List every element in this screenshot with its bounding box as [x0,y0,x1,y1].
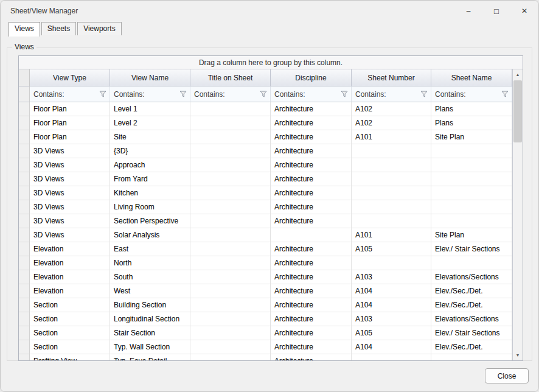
table-cell[interactable]: Elevation [30,256,110,270]
table-cell[interactable] [190,102,271,116]
table-cell[interactable]: East [110,242,190,256]
table-cell[interactable]: 3D Views [30,200,110,214]
close-icon[interactable]: ✕ [510,1,538,21]
table-cell[interactable] [352,186,431,200]
table-cell[interactable] [190,326,271,340]
table-cell[interactable]: 3D Views [30,228,110,242]
table-cell[interactable]: Floor Plan [30,116,110,130]
filter-cell[interactable]: Contains: [271,86,352,102]
table-cell[interactable]: A105 [352,326,431,340]
table-cell[interactable]: Section [30,298,110,312]
minimize-icon[interactable]: – [454,1,482,21]
row-indicator[interactable] [19,186,30,200]
row-indicator[interactable] [19,214,30,228]
table-cell[interactable] [431,158,512,172]
table-cell[interactable]: West [110,284,190,298]
table-cell[interactable]: A103 [352,270,431,284]
table-cell[interactable]: Living Room [110,200,190,214]
table-cell[interactable] [431,256,512,270]
row-indicator[interactable] [19,130,30,144]
table-cell[interactable] [190,270,271,284]
table-cell[interactable]: Solar Analysis [110,228,190,242]
table-cell[interactable]: Longitudinal Section [110,312,190,326]
table-cell[interactable] [190,354,271,360]
table-cell[interactable]: Plans [431,116,512,130]
table-cell[interactable]: Architecture [271,354,352,360]
table-cell[interactable]: A105 [352,242,431,256]
table-cell[interactable]: Architecture [271,298,352,312]
row-indicator[interactable] [19,298,30,312]
filter-cell[interactable]: Contains: [431,86,512,102]
table-cell[interactable] [271,228,352,242]
table-cell[interactable]: {3D} [110,144,190,158]
row-indicator[interactable] [19,312,30,326]
table-cell[interactable]: From Yard [110,172,190,186]
table-cell[interactable] [190,130,271,144]
vertical-scrollbar[interactable]: ▲ ▼ [512,69,523,360]
table-cell[interactable] [352,200,431,214]
table-cell[interactable]: Section [30,340,110,354]
table-cell[interactable]: Architecture [271,102,352,116]
table-cell[interactable]: Architecture [271,200,352,214]
table-cell[interactable]: A101 [352,130,431,144]
table-cell[interactable]: Elevation [30,284,110,298]
table-cell[interactable]: Elevations/Sections [431,270,512,284]
table-cell[interactable]: Approach [110,158,190,172]
table-cell[interactable] [352,158,431,172]
column-header[interactable]: Discipline [271,69,352,86]
table-cell[interactable]: Floor Plan [30,130,110,144]
table-cell[interactable]: Site Plan [431,130,512,144]
filter-icon[interactable] [420,91,428,97]
scrollbar-track[interactable] [513,80,523,350]
table-cell[interactable]: Architecture [271,340,352,354]
table-cell[interactable]: 3D Views [30,144,110,158]
table-cell[interactable]: Elevation [30,270,110,284]
table-cell[interactable] [431,354,512,360]
table-cell[interactable]: Architecture [271,172,352,186]
group-by-drop-zone[interactable]: Drag a column here to group by this colu… [19,56,523,69]
row-indicator[interactable] [19,340,30,354]
tab-views[interactable]: Views [9,22,40,37]
table-cell[interactable]: Architecture [271,270,352,284]
filter-cell[interactable]: Contains: [110,86,190,102]
table-cell[interactable]: Level 2 [110,116,190,130]
table-cell[interactable]: Section [30,326,110,340]
tab-viewports[interactable]: Viewports [77,22,121,35]
table-cell[interactable] [352,256,431,270]
table-cell[interactable] [190,312,271,326]
filter-cell[interactable]: Contains: [352,86,431,102]
table-cell[interactable]: Floor Plan [30,102,110,116]
row-indicator[interactable] [19,116,30,130]
table-cell[interactable] [190,284,271,298]
table-cell[interactable]: Elev./ Stair Sections [431,242,512,256]
table-cell[interactable]: Architecture [271,312,352,326]
table-cell[interactable] [190,228,271,242]
filter-cell[interactable]: Contains: [30,86,110,102]
table-cell[interactable]: North [110,256,190,270]
table-cell[interactable]: Kitchen [110,186,190,200]
table-cell[interactable]: Stair Section [110,326,190,340]
filter-cell[interactable]: Contains: [190,86,271,102]
row-indicator[interactable] [19,270,30,284]
table-cell[interactable]: Architecture [271,116,352,130]
table-cell[interactable]: A102 [352,116,431,130]
table-cell[interactable]: A102 [352,102,431,116]
filter-icon[interactable] [99,91,106,97]
table-cell[interactable] [431,172,512,186]
table-cell[interactable] [190,116,271,130]
table-cell[interactable]: A104 [352,340,431,354]
table-cell[interactable] [431,144,512,158]
table-cell[interactable] [352,354,431,360]
table-cell[interactable]: South [110,270,190,284]
table-cell[interactable] [352,172,431,186]
table-cell[interactable] [190,186,271,200]
table-cell[interactable] [190,214,271,228]
column-header[interactable]: Sheet Name [431,69,512,86]
row-indicator[interactable] [19,200,30,214]
row-indicator[interactable] [19,256,30,270]
scroll-down-icon[interactable]: ▼ [513,350,523,360]
table-cell[interactable]: Elev./Sec./Det. [431,298,512,312]
table-cell[interactable]: Elev./Sec./Det. [431,340,512,354]
table-cell[interactable] [190,158,271,172]
table-cell[interactable]: Architecture [271,130,352,144]
